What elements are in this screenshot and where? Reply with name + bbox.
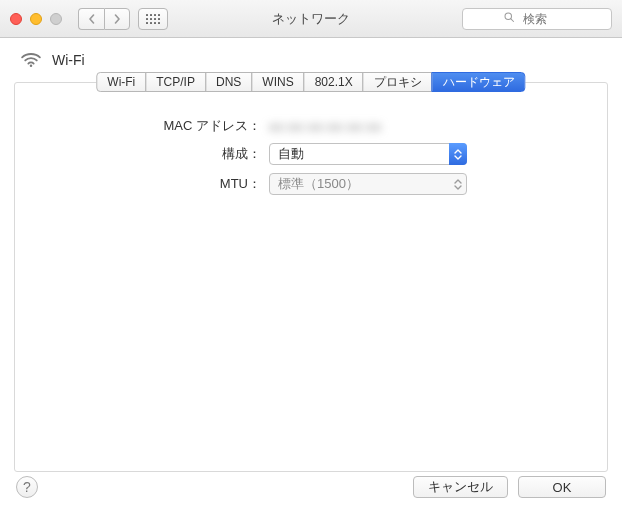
tab-label: TCP/IP	[156, 75, 195, 89]
footer: ? キャンセル OK	[0, 464, 622, 512]
chevron-updown-icon	[449, 143, 467, 165]
back-button[interactable]	[78, 8, 104, 30]
cancel-label: キャンセル	[428, 479, 493, 494]
tab-label: 802.1X	[315, 75, 353, 89]
tabs: Wi-Fi TCP/IP DNS WINS 802.1X プロキシ ハードウェア	[96, 72, 525, 92]
configure-select[interactable]: 自動	[269, 143, 467, 165]
tab-label: DNS	[216, 75, 241, 89]
configure-label: 構成：	[39, 145, 269, 163]
tab-wins[interactable]: WINS	[251, 72, 304, 92]
svg-point-2	[30, 65, 32, 67]
tab-dns[interactable]: DNS	[205, 72, 252, 92]
ok-label: OK	[553, 480, 572, 495]
close-window-button[interactable]	[10, 13, 22, 25]
minimize-window-button[interactable]	[30, 13, 42, 25]
tab-proxy[interactable]: プロキシ	[363, 72, 433, 92]
section-title: Wi-Fi	[52, 52, 85, 68]
wifi-header: Wi-Fi	[0, 38, 622, 76]
traffic-lights	[10, 13, 62, 25]
cancel-button[interactable]: キャンセル	[413, 476, 508, 498]
tab-label: Wi-Fi	[107, 75, 135, 89]
tab-label: プロキシ	[374, 74, 422, 91]
help-icon: ?	[23, 479, 31, 495]
forward-button[interactable]	[104, 8, 130, 30]
hardware-form: MAC アドレス： xx:xx:xx:xx:xx:xx 構成： 自動 MTU： …	[15, 83, 607, 237]
tab-tcpip[interactable]: TCP/IP	[145, 72, 206, 92]
mtu-label: MTU：	[39, 175, 269, 193]
tab-wifi[interactable]: Wi-Fi	[96, 72, 146, 92]
help-button[interactable]: ?	[16, 476, 38, 498]
nav-group	[78, 8, 130, 30]
tab-hardware[interactable]: ハードウェア	[432, 72, 526, 92]
svg-line-1	[511, 19, 514, 22]
mac-address-label: MAC アドレス：	[39, 117, 269, 135]
titlebar: ネットワーク	[0, 0, 622, 38]
tab-label: ハードウェア	[443, 74, 515, 91]
mtu-value: 標準（1500）	[278, 175, 359, 193]
search-box[interactable]	[462, 8, 612, 30]
search-input[interactable]	[521, 11, 571, 27]
settings-panel: Wi-Fi TCP/IP DNS WINS 802.1X プロキシ ハードウェア…	[14, 82, 608, 472]
maximize-window-button[interactable]	[50, 13, 62, 25]
grid-icon	[146, 14, 160, 24]
configure-value: 自動	[278, 145, 304, 163]
mac-address-value: xx:xx:xx:xx:xx:xx	[269, 119, 382, 134]
chevron-updown-icon	[449, 173, 467, 195]
mtu-select[interactable]: 標準（1500）	[269, 173, 467, 195]
tab-8021x[interactable]: 802.1X	[304, 72, 364, 92]
tab-label: WINS	[262, 75, 293, 89]
wifi-icon	[20, 52, 42, 68]
show-all-button[interactable]	[138, 8, 168, 30]
ok-button[interactable]: OK	[518, 476, 606, 498]
search-icon	[503, 11, 515, 26]
